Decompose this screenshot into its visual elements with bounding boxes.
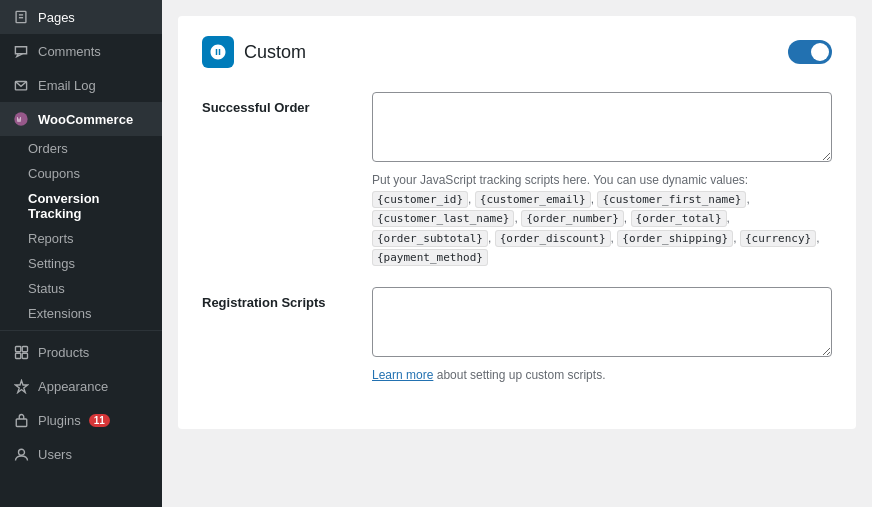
- toggle-switch[interactable]: [788, 40, 832, 64]
- sidebar-subitem-coupons[interactable]: Coupons: [0, 161, 162, 186]
- products-icon: [12, 343, 30, 361]
- sidebar-item-label: Comments: [38, 44, 101, 59]
- dynamic-val-4: {customer_last_name}: [372, 210, 514, 227]
- sidebar-subitem-orders[interactable]: Orders: [0, 136, 162, 161]
- registration-scripts-label: Registration Scripts: [202, 287, 352, 385]
- help-text-before: Put your JavaScript tracking scripts her…: [372, 173, 748, 187]
- content-card: Custom Successful Order Put your JavaScr…: [178, 16, 856, 429]
- svg-rect-7: [22, 346, 27, 351]
- dynamic-val-5: {order_number}: [521, 210, 624, 227]
- sidebar-item-label: WooCommerce: [38, 112, 133, 127]
- svg-rect-6: [15, 346, 20, 351]
- sidebar-item-plugins[interactable]: Plugins 11: [0, 403, 162, 437]
- dynamic-val-6: {order_total}: [631, 210, 727, 227]
- appearance-icon: [12, 377, 30, 395]
- svg-text:W: W: [17, 116, 21, 124]
- help-text-after: about setting up custom scripts.: [433, 368, 605, 382]
- sidebar-item-pages[interactable]: Pages: [0, 0, 162, 34]
- svg-rect-9: [22, 353, 27, 358]
- dynamic-val-8: {order_discount}: [495, 230, 611, 247]
- dynamic-val-7: {order_subtotal}: [372, 230, 488, 247]
- main-content: Custom Successful Order Put your JavaScr…: [162, 0, 872, 507]
- woo-icon: W: [12, 110, 30, 128]
- sidebar-item-label: Products: [38, 345, 89, 360]
- dynamic-val-3: {customer_first_name}: [597, 191, 746, 208]
- sidebar-item-users[interactable]: Users: [0, 437, 162, 471]
- registration-scripts-textarea[interactable]: [372, 287, 832, 357]
- card-title: Custom: [244, 42, 306, 63]
- successful-order-textarea[interactable]: [372, 92, 832, 162]
- dynamic-val-11: {payment_method}: [372, 249, 488, 266]
- sidebar-item-label: Users: [38, 447, 72, 462]
- card-header: Custom: [202, 36, 832, 68]
- svg-rect-10: [16, 419, 27, 427]
- dynamic-val-2: {customer_email}: [475, 191, 591, 208]
- sidebar-item-woocommerce[interactable]: W WooCommerce: [0, 102, 162, 136]
- users-icon: [12, 445, 30, 463]
- plugin-icon: [202, 36, 234, 68]
- sidebar-subitem-reports[interactable]: Reports: [0, 226, 162, 251]
- registration-scripts-section: Registration Scripts Learn more about se…: [202, 287, 832, 385]
- sidebar-item-label: Appearance: [38, 379, 108, 394]
- registration-scripts-help: Learn more about setting up custom scrip…: [372, 366, 832, 385]
- sidebar-item-label: Email Log: [38, 78, 96, 93]
- svg-point-11: [18, 449, 24, 455]
- plugins-icon: [12, 411, 30, 429]
- dynamic-val-9: {order_shipping}: [617, 230, 733, 247]
- sidebar-item-email-log[interactable]: Email Log: [0, 68, 162, 102]
- dynamic-val-1: {customer_id}: [372, 191, 468, 208]
- card-header-left: Custom: [202, 36, 306, 68]
- successful-order-section: Successful Order Put your JavaScript tra…: [202, 92, 832, 267]
- sidebar-divider: [0, 330, 162, 331]
- toggle-thumb: [811, 43, 829, 61]
- dynamic-val-10: {currency}: [740, 230, 816, 247]
- registration-scripts-field: Learn more about setting up custom scrip…: [372, 287, 832, 385]
- sidebar-item-comments[interactable]: Comments: [0, 34, 162, 68]
- successful-order-label: Successful Order: [202, 92, 352, 267]
- sidebar-subitem-extensions[interactable]: Extensions: [0, 301, 162, 326]
- sidebar-item-products[interactable]: Products: [0, 335, 162, 369]
- email-icon: [12, 76, 30, 94]
- comments-icon: [12, 42, 30, 60]
- learn-more-link[interactable]: Learn more: [372, 368, 433, 382]
- pages-icon: [12, 8, 30, 26]
- plugins-badge: 11: [89, 414, 110, 427]
- sidebar: Pages Comments Email Log W WooCommerce O…: [0, 0, 162, 507]
- sidebar-item-appearance[interactable]: Appearance: [0, 369, 162, 403]
- sidebar-item-label: Pages: [38, 10, 75, 25]
- sidebar-subitem-conversion-tracking[interactable]: Conversion Tracking: [0, 186, 162, 226]
- sidebar-subitem-settings[interactable]: Settings: [0, 251, 162, 276]
- sidebar-item-label: Plugins: [38, 413, 81, 428]
- successful-order-help: Put your JavaScript tracking scripts her…: [372, 171, 832, 267]
- successful-order-field: Put your JavaScript tracking scripts her…: [372, 92, 832, 267]
- sidebar-subitem-status[interactable]: Status: [0, 276, 162, 301]
- svg-rect-8: [15, 353, 20, 358]
- woo-submenu: Orders Coupons Conversion Tracking Repor…: [0, 136, 162, 326]
